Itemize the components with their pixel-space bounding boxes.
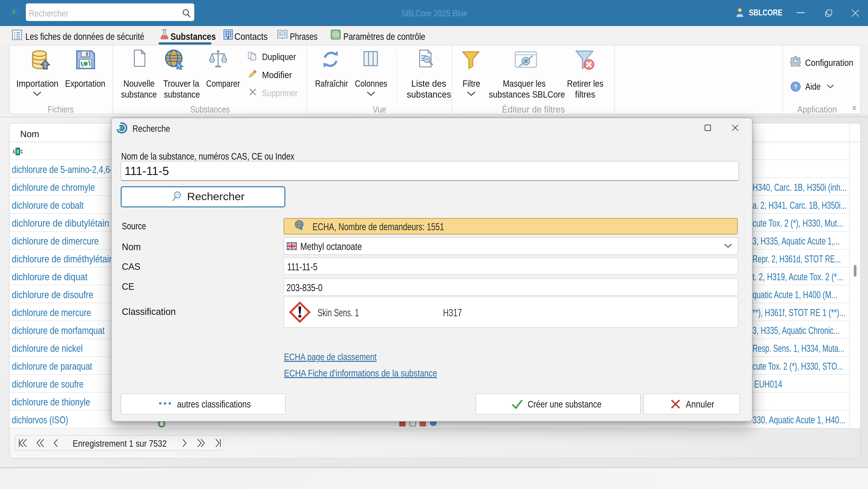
svg-text:B: B — [17, 149, 19, 155]
svg-text:?: ? — [794, 84, 797, 90]
svg-text:A: A — [13, 149, 15, 155]
svg-text:C: C — [21, 149, 23, 155]
